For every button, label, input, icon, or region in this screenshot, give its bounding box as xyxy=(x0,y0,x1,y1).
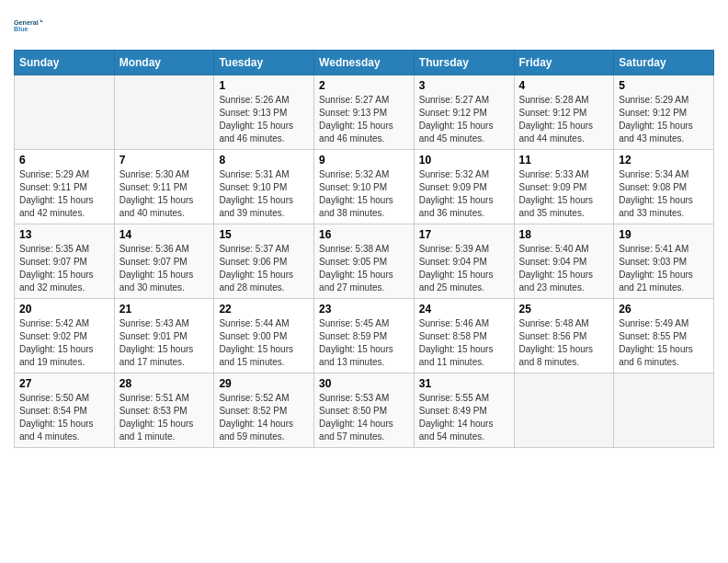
day-cell: 20Sunrise: 5:42 AMSunset: 9:02 PMDayligh… xyxy=(15,299,115,373)
day-number: 3 xyxy=(419,79,509,92)
page-header: General Blue xyxy=(14,9,714,42)
logo-svg: General Blue xyxy=(14,9,43,42)
day-info: Sunrise: 5:27 AMSunset: 9:13 PMDaylight:… xyxy=(319,94,409,145)
day-info: Sunrise: 5:33 AMSunset: 9:09 PMDaylight:… xyxy=(519,168,609,220)
day-cell: 4Sunrise: 5:28 AMSunset: 9:12 PMDaylight… xyxy=(514,75,614,150)
day-number: 5 xyxy=(619,79,709,92)
day-info: Sunrise: 5:55 AMSunset: 8:49 PMDaylight:… xyxy=(419,392,509,443)
day-cell: 15Sunrise: 5:37 AMSunset: 9:06 PMDayligh… xyxy=(214,224,314,299)
day-number: 7 xyxy=(119,154,210,167)
day-cell: 3Sunrise: 5:27 AMSunset: 9:12 PMDaylight… xyxy=(414,75,514,150)
day-cell xyxy=(614,373,714,448)
day-cell: 28Sunrise: 5:51 AMSunset: 8:53 PMDayligh… xyxy=(114,373,214,448)
day-number: 25 xyxy=(519,303,609,316)
day-info: Sunrise: 5:46 AMSunset: 8:58 PMDaylight:… xyxy=(419,317,509,369)
day-cell: 6Sunrise: 5:29 AMSunset: 9:11 PMDaylight… xyxy=(15,150,115,224)
day-cell: 31Sunrise: 5:55 AMSunset: 8:49 PMDayligh… xyxy=(414,373,514,448)
weekday-header-wednesday: Wednesday xyxy=(314,51,415,75)
day-number: 10 xyxy=(419,154,509,167)
day-info: Sunrise: 5:40 AMSunset: 9:04 PMDaylight:… xyxy=(519,243,609,294)
day-cell: 26Sunrise: 5:49 AMSunset: 8:55 PMDayligh… xyxy=(614,299,714,373)
day-number: 24 xyxy=(419,303,509,316)
day-number: 31 xyxy=(419,377,509,390)
day-info: Sunrise: 5:37 AMSunset: 9:06 PMDaylight:… xyxy=(219,243,309,294)
day-info: Sunrise: 5:51 AMSunset: 8:53 PMDaylight:… xyxy=(119,392,210,443)
day-cell: 17Sunrise: 5:39 AMSunset: 9:04 PMDayligh… xyxy=(414,224,514,299)
day-info: Sunrise: 5:41 AMSunset: 9:03 PMDaylight:… xyxy=(619,243,709,294)
day-info: Sunrise: 5:43 AMSunset: 9:01 PMDaylight:… xyxy=(119,317,210,369)
day-cell: 14Sunrise: 5:36 AMSunset: 9:07 PMDayligh… xyxy=(114,224,214,299)
day-cell: 10Sunrise: 5:32 AMSunset: 9:09 PMDayligh… xyxy=(414,150,514,224)
day-cell xyxy=(114,75,214,150)
day-info: Sunrise: 5:45 AMSunset: 8:59 PMDaylight:… xyxy=(319,317,409,369)
day-cell: 13Sunrise: 5:35 AMSunset: 9:07 PMDayligh… xyxy=(15,224,115,299)
day-info: Sunrise: 5:42 AMSunset: 9:02 PMDaylight:… xyxy=(19,317,109,369)
weekday-header-monday: Monday xyxy=(114,51,214,75)
day-info: Sunrise: 5:30 AMSunset: 9:11 PMDaylight:… xyxy=(119,168,210,220)
day-cell: 7Sunrise: 5:30 AMSunset: 9:11 PMDaylight… xyxy=(114,150,214,224)
day-number: 28 xyxy=(119,377,210,390)
day-info: Sunrise: 5:29 AMSunset: 9:12 PMDaylight:… xyxy=(619,94,709,145)
day-info: Sunrise: 5:31 AMSunset: 9:10 PMDaylight:… xyxy=(219,168,309,220)
weekday-header-tuesday: Tuesday xyxy=(214,51,314,75)
calendar-table: SundayMondayTuesdayWednesdayThursdayFrid… xyxy=(14,50,714,448)
day-number: 26 xyxy=(619,303,709,316)
day-cell: 12Sunrise: 5:34 AMSunset: 9:08 PMDayligh… xyxy=(614,150,714,224)
day-cell: 24Sunrise: 5:46 AMSunset: 8:58 PMDayligh… xyxy=(414,299,514,373)
day-number: 23 xyxy=(319,303,409,316)
day-info: Sunrise: 5:44 AMSunset: 9:00 PMDaylight:… xyxy=(219,317,309,369)
day-number: 16 xyxy=(319,228,409,241)
day-info: Sunrise: 5:49 AMSunset: 8:55 PMDaylight:… xyxy=(619,317,709,369)
day-info: Sunrise: 5:26 AMSunset: 9:13 PMDaylight:… xyxy=(219,94,309,145)
day-number: 27 xyxy=(19,377,109,390)
day-cell: 29Sunrise: 5:52 AMSunset: 8:52 PMDayligh… xyxy=(214,373,314,448)
week-row-2: 6Sunrise: 5:29 AMSunset: 9:11 PMDaylight… xyxy=(15,150,714,224)
day-number: 30 xyxy=(319,377,409,390)
day-number: 20 xyxy=(19,303,109,316)
week-row-1: 1Sunrise: 5:26 AMSunset: 9:13 PMDaylight… xyxy=(15,75,714,150)
day-number: 12 xyxy=(619,154,709,167)
day-cell: 5Sunrise: 5:29 AMSunset: 9:12 PMDaylight… xyxy=(614,75,714,150)
day-number: 8 xyxy=(219,154,309,167)
day-cell: 9Sunrise: 5:32 AMSunset: 9:10 PMDaylight… xyxy=(314,150,415,224)
day-number: 1 xyxy=(219,79,309,92)
day-info: Sunrise: 5:34 AMSunset: 9:08 PMDaylight:… xyxy=(619,168,709,220)
day-info: Sunrise: 5:29 AMSunset: 9:11 PMDaylight:… xyxy=(19,168,109,220)
day-info: Sunrise: 5:28 AMSunset: 9:12 PMDaylight:… xyxy=(519,94,609,145)
day-cell: 11Sunrise: 5:33 AMSunset: 9:09 PMDayligh… xyxy=(514,150,614,224)
day-cell xyxy=(514,373,614,448)
day-number: 6 xyxy=(19,154,109,167)
day-cell: 2Sunrise: 5:27 AMSunset: 9:13 PMDaylight… xyxy=(314,75,415,150)
weekday-header-sunday: Sunday xyxy=(15,51,115,75)
day-number: 13 xyxy=(19,228,109,241)
day-number: 14 xyxy=(119,228,210,241)
weekday-header-saturday: Saturday xyxy=(614,51,714,75)
day-number: 22 xyxy=(219,303,309,316)
day-cell: 27Sunrise: 5:50 AMSunset: 8:54 PMDayligh… xyxy=(15,373,115,448)
day-number: 18 xyxy=(519,228,609,241)
day-cell: 25Sunrise: 5:48 AMSunset: 8:56 PMDayligh… xyxy=(514,299,614,373)
day-cell xyxy=(15,75,115,150)
day-info: Sunrise: 5:36 AMSunset: 9:07 PMDaylight:… xyxy=(119,243,210,294)
day-cell: 23Sunrise: 5:45 AMSunset: 8:59 PMDayligh… xyxy=(314,299,415,373)
day-info: Sunrise: 5:32 AMSunset: 9:10 PMDaylight:… xyxy=(319,168,409,220)
day-info: Sunrise: 5:48 AMSunset: 8:56 PMDaylight:… xyxy=(519,317,609,369)
day-cell: 21Sunrise: 5:43 AMSunset: 9:01 PMDayligh… xyxy=(114,299,214,373)
day-cell: 30Sunrise: 5:53 AMSunset: 8:50 PMDayligh… xyxy=(314,373,415,448)
day-number: 21 xyxy=(119,303,210,316)
day-cell: 22Sunrise: 5:44 AMSunset: 9:00 PMDayligh… xyxy=(214,299,314,373)
weekday-header-row: SundayMondayTuesdayWednesdayThursdayFrid… xyxy=(15,51,714,75)
day-info: Sunrise: 5:32 AMSunset: 9:09 PMDaylight:… xyxy=(419,168,509,220)
day-cell: 19Sunrise: 5:41 AMSunset: 9:03 PMDayligh… xyxy=(614,224,714,299)
day-info: Sunrise: 5:50 AMSunset: 8:54 PMDaylight:… xyxy=(19,392,109,443)
svg-marker-2 xyxy=(40,19,43,22)
day-info: Sunrise: 5:39 AMSunset: 9:04 PMDaylight:… xyxy=(419,243,509,294)
day-info: Sunrise: 5:52 AMSunset: 8:52 PMDaylight:… xyxy=(219,392,309,443)
weekday-header-friday: Friday xyxy=(514,51,614,75)
logo: General Blue xyxy=(14,9,43,42)
day-cell: 18Sunrise: 5:40 AMSunset: 9:04 PMDayligh… xyxy=(514,224,614,299)
day-number: 15 xyxy=(219,228,309,241)
week-row-4: 20Sunrise: 5:42 AMSunset: 9:02 PMDayligh… xyxy=(15,299,714,373)
day-number: 29 xyxy=(219,377,309,390)
week-row-5: 27Sunrise: 5:50 AMSunset: 8:54 PMDayligh… xyxy=(15,373,714,448)
